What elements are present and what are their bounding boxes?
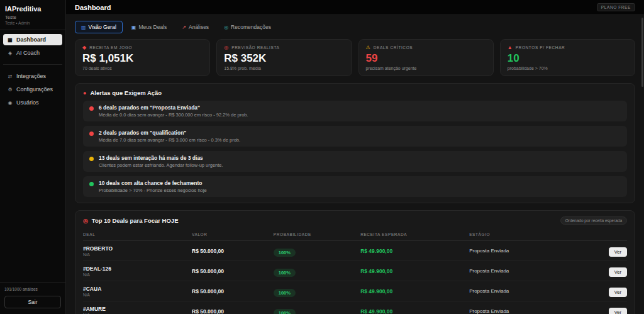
- kpi-receita-em-jogo: ◆ RECEITA EM JOGO R$ 1,051K 70 deals ati…: [75, 39, 210, 76]
- severity-dot: [89, 106, 94, 111]
- deal-stage: Proposta Enviada: [469, 261, 584, 281]
- kpi-subtext: 70 deals ativos: [82, 66, 203, 70]
- tab-label: Visão Geral: [89, 24, 116, 30]
- alert-text: 6 deals parados em "Proposta Enviada" Mé…: [99, 104, 248, 118]
- tab-label: Análises: [189, 24, 209, 30]
- alert-item: 10 deals com alta chance de fechamento P…: [83, 176, 627, 197]
- column-header: DEAL: [83, 230, 192, 241]
- org-name: Teste: [5, 14, 60, 20]
- sidebar-item-usuarios[interactable]: ◉ Usuários: [3, 97, 62, 108]
- deal-name: #ROBERTO: [83, 245, 192, 252]
- deal-value: R$ 50.000,00: [192, 301, 274, 314]
- sidebar-item-integracoes[interactable]: ⇄ Integrações: [3, 70, 62, 82]
- deals-card: ◎ Top 10 Deals para Focar HOJE Ordenado …: [75, 210, 635, 314]
- sidebar-item-label: Usuários: [16, 99, 39, 106]
- expected-revenue: R$ 49.900,00: [360, 261, 469, 281]
- column-header: [584, 230, 627, 241]
- deals-card-header: ◎ Top 10 Deals para Focar HOJE Ordenado …: [83, 216, 627, 225]
- deal-row: #AMURE N/A R$ 50.000,00 100% R$ 49.900,0…: [83, 301, 627, 314]
- sidebar-nav-admin: ⇄ Integrações ⚙ Configurações ◉ Usuários: [0, 67, 65, 112]
- logout-button[interactable]: Sair: [4, 296, 61, 308]
- deal-probability-cell: 100%: [274, 301, 360, 314]
- sidebar-header: IAPreditiva Teste Teste • Admin: [0, 0, 65, 30]
- tab-label: Meus Deals: [138, 24, 167, 30]
- deal-name: #AMURE: [83, 306, 192, 312]
- content: ▥ Visão Geral ▣ Meus Deals ↗ Análises: [66, 15, 644, 314]
- expected-revenue: R$ 49.900,00: [360, 241, 469, 261]
- deal-row: #CAUA N/A R$ 50.000,00 100% R$ 49.900,00…: [83, 281, 627, 301]
- deal-cell: #DEAL-126 N/A: [83, 261, 192, 281]
- kpi-cards: ◆ RECEITA EM JOGO R$ 1,051K 70 deals ati…: [75, 39, 635, 76]
- severity-dot: [89, 182, 94, 186]
- deal-value: R$ 50.000,00: [192, 281, 274, 301]
- alert-item: 6 deals parados em "Proposta Enviada" Mé…: [83, 101, 627, 121]
- sidebar-item-dashboard[interactable]: ▦ Dashboard: [3, 34, 62, 45]
- alerts-title-text: Alertas que Exigem Ação: [90, 89, 162, 96]
- tab-analises[interactable]: ↗ Análises: [175, 21, 215, 33]
- briefcase-icon: ▣: [131, 25, 136, 30]
- deal-cell: #AMURE N/A: [83, 301, 192, 314]
- alert-title: 13 deals sem interação há mais de 3 dias: [99, 155, 223, 161]
- view-deal-button[interactable]: Ver: [609, 308, 627, 314]
- column-header: RECEITA ESPERADA: [360, 230, 469, 241]
- sidebar: IAPreditiva Teste Teste • Admin ▦ Dashbo…: [0, 0, 66, 314]
- kpi-header: ▲ PRONTOS P/ FECHAR: [508, 45, 628, 50]
- kpi-label: PREVISÃO REALISTA: [231, 45, 279, 50]
- probability-badge: 100%: [274, 289, 296, 297]
- severity-dot: [89, 157, 94, 161]
- tab-bar: ▥ Visão Geral ▣ Meus Deals ↗ Análises: [75, 21, 635, 33]
- deal-probability-cell: 100%: [274, 281, 360, 301]
- tab-label: Recomendações: [231, 24, 271, 30]
- deal-row: #ROBERTO N/A R$ 50.000,00 100% R$ 49.900…: [83, 241, 627, 261]
- ai-coach-icon: ◈: [7, 50, 13, 56]
- users-icon: ◉: [7, 100, 13, 106]
- deals-table-body: #ROBERTO N/A R$ 50.000,00 100% R$ 49.900…: [83, 241, 627, 314]
- sort-note-badge: Ordenado por receita esperada: [560, 216, 627, 225]
- view-deal-button[interactable]: Ver: [609, 267, 627, 277]
- tab-meus-deals[interactable]: ▣ Meus Deals: [125, 21, 173, 33]
- settings-icon: ⚙: [7, 87, 13, 93]
- alert-detail: Clientes podem estar esfriando. Agendar …: [99, 162, 223, 168]
- tab-recomendacoes[interactable]: ◎ Recomendações: [218, 21, 277, 33]
- tab-visao-geral[interactable]: ▥ Visão Geral: [75, 21, 123, 33]
- alert-text: 13 deals sem interação há mais de 3 dias…: [99, 155, 223, 168]
- scrollbar-thumb[interactable]: [641, 18, 643, 87]
- kpi-header: ⚠ DEALS CRÍTICOS: [366, 45, 486, 50]
- dashboard-icon: ▦: [7, 37, 13, 43]
- alert-detail: Média de 0.0 dias sem avançar - R$ 300.0…: [99, 112, 248, 118]
- siren-icon: ●: [83, 90, 86, 96]
- deal-probability-cell: 100%: [274, 241, 360, 261]
- alert-detail: Probabilidade > 70% - Priorize esses neg…: [99, 188, 207, 193]
- kpi-value: 59: [366, 52, 486, 65]
- app-root: IAPreditiva Teste Teste • Admin ▦ Dashbo…: [0, 0, 644, 314]
- alert-item: 13 deals sem interação há mais de 3 dias…: [83, 151, 627, 172]
- view-deal-button[interactable]: Ver: [609, 288, 627, 297]
- money-icon: ◆: [82, 45, 86, 50]
- deal-stage: Proposta Enviada: [469, 281, 584, 301]
- deal-stage: Proposta Enviada: [469, 241, 584, 261]
- expected-revenue: R$ 49.900,00: [360, 281, 469, 301]
- sidebar-item-configuracoes[interactable]: ⚙ Configurações: [3, 84, 62, 95]
- deal-subtext: N/A: [83, 293, 192, 297]
- deal-action-cell: Ver: [584, 261, 627, 281]
- deal-subtext: N/A: [83, 252, 192, 257]
- severity-dot: [89, 132, 94, 136]
- sidebar-divider: [3, 64, 62, 65]
- target-icon: ◎: [83, 218, 88, 224]
- warning-icon: ⚠: [366, 45, 370, 50]
- kpi-subtext: 15.8% prob. média: [224, 66, 344, 70]
- view-deal-button[interactable]: Ver: [609, 247, 627, 257]
- integrations-icon: ⇄: [7, 74, 13, 79]
- sidebar-item-ai-coach[interactable]: ◈ AI Coach: [3, 47, 62, 59]
- target-icon: ◎: [224, 45, 228, 50]
- sidebar-item-label: Integrações: [16, 73, 46, 79]
- topbar: Dashboard PLANO FREE: [66, 0, 644, 15]
- deals-table-head: DEAL VALOR PROBABILIDADE RECEITA ESPERAD…: [83, 230, 627, 241]
- overview-chart-icon: ▥: [81, 25, 86, 30]
- deal-subtext: N/A: [83, 272, 192, 277]
- kpi-deals-criticos: ⚠ DEALS CRÍTICOS 59 precisam atenção urg…: [358, 39, 494, 76]
- kpi-header: ◆ RECEITA EM JOGO: [82, 45, 203, 50]
- user-role: Teste • Admin: [5, 21, 60, 25]
- deals-card-title: ◎ Top 10 Deals para Focar HOJE: [83, 217, 178, 224]
- expected-revenue: R$ 49.900,00: [360, 301, 469, 314]
